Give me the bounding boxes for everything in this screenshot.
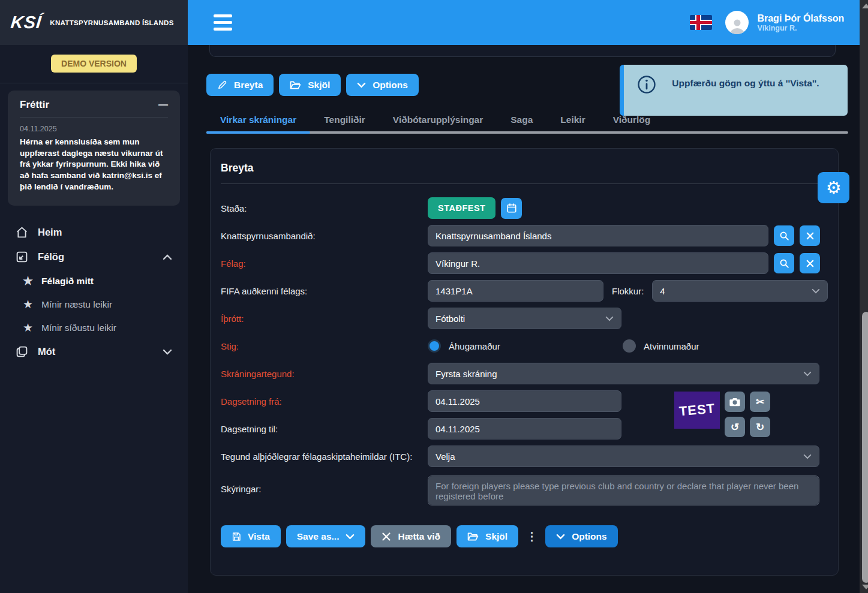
sidebar-item-heim[interactable]: Heim <box>0 220 188 245</box>
scroll-down-arrow[interactable] <box>862 585 868 589</box>
federation-clear-button[interactable] <box>800 225 820 246</box>
sidebar-brand: KSÍ KNATTSPYRNUSAMBAND ÍSLANDS <box>0 0 188 45</box>
field-label: Dagsetning til: <box>221 424 428 434</box>
sidebar-item-label: Mínir næstu leikir <box>41 299 112 310</box>
tab-vidbotarupplysingar[interactable]: Viðbótarupplýsingar <box>379 115 497 134</box>
field-skyringar: Skýringar: <box>221 475 828 505</box>
field-stig: Stig: Áhugamaður Atvinnumaður <box>221 335 828 357</box>
breyta-button[interactable]: Breyta <box>206 74 274 96</box>
panel-title: Breyta <box>221 158 828 183</box>
tab-leikir[interactable]: Leikir <box>546 115 599 134</box>
iceland-flag-icon[interactable] <box>690 15 712 30</box>
edit-panel: Breyta Staða: STAÐFEST Knattspyrnusamban… <box>210 148 839 576</box>
sidebar-item-felagid-mitt[interactable]: ★ Félagið mitt <box>0 269 188 293</box>
star-icon: ★ <box>23 322 33 333</box>
scrollbar-thumb[interactable] <box>862 312 868 583</box>
field-label: Tegund alþjóðlegrar félagaskiptaheimilda… <box>221 451 428 462</box>
sidebar-item-minir-naestu-leikir[interactable]: ★ Mínir næstu leikir <box>0 293 188 316</box>
felag-search-button[interactable] <box>774 253 794 273</box>
sidebar-nav: Heim Félög ★ Félagið mitt ★ Mínir næstu … <box>0 206 188 364</box>
tab-tengilidir[interactable]: Tengiliðir <box>310 115 379 134</box>
options-button[interactable]: Options <box>346 74 419 96</box>
chevron-down-icon <box>803 454 812 459</box>
date-from-input[interactable] <box>428 390 621 412</box>
scrolled-card-edge <box>209 45 836 57</box>
folder-open-icon <box>290 80 301 90</box>
sidebar-item-label: Félög <box>38 251 64 263</box>
tab-virkar-skraningar[interactable]: Virkar skráningar <box>206 115 310 134</box>
save-as-button[interactable]: Save as... <box>286 525 366 547</box>
demo-version-badge: DEMO VERSION <box>51 55 137 73</box>
redo-icon: ↻ <box>756 421 764 434</box>
news-date: 04.11.2025 <box>20 125 168 133</box>
search-icon <box>779 231 789 241</box>
chevron-down-icon <box>556 534 565 540</box>
more-options-icon[interactable]: ⋮ <box>526 529 537 543</box>
flokkur-select[interactable]: 4 <box>652 280 828 302</box>
camera-button[interactable] <box>725 392 745 412</box>
tournaments-icon <box>16 345 28 358</box>
sidebar: KSÍ KNATTSPYRNUSAMBAND ÍSLANDS DEMO VERS… <box>0 0 188 593</box>
field-label: Skráningartegund: <box>221 369 428 379</box>
skjol-button[interactable]: Skjöl <box>279 74 341 96</box>
app-window: KSÍ KNATTSPYRNUSAMBAND ÍSLANDS DEMO VERS… <box>0 0 868 593</box>
skyringar-textarea[interactable] <box>428 475 819 505</box>
vista-button[interactable]: Vista <box>221 525 281 547</box>
scroll-up-arrow[interactable] <box>862 4 868 8</box>
tab-saga[interactable]: Saga <box>497 115 546 134</box>
radio-ahugamadur[interactable]: Áhugamaður <box>428 339 623 353</box>
felag-clear-button[interactable] <box>800 253 820 273</box>
federation-input[interactable] <box>428 225 768 246</box>
skraningartegund-select[interactable]: Fyrsta skráning <box>428 363 819 384</box>
sidebar-divider <box>0 83 188 83</box>
iprott-select[interactable]: Fótbolti <box>428 308 621 329</box>
home-icon <box>16 226 28 239</box>
chevron-down-icon <box>812 288 820 294</box>
field-label: Íþrótt: <box>221 314 428 324</box>
sidebar-item-mot[interactable]: Mót <box>0 339 188 364</box>
date-to-input[interactable] <box>428 418 621 440</box>
notification-text: Uppfærðu gögn og ýttu á ''Vista''. <box>672 75 819 89</box>
sidebar-item-label: Félagið mitt <box>41 276 94 287</box>
tab-vidurlog[interactable]: Viðurlög <box>599 115 665 134</box>
field-label: Staða: <box>221 203 428 213</box>
itc-select[interactable]: Velja <box>428 445 819 467</box>
undo-icon: ↺ <box>731 421 739 434</box>
pencil-icon <box>217 80 227 90</box>
topbar: Bragi Þór Ólafsson Víkingur R. <box>188 0 860 45</box>
skjol-footer-button[interactable]: Skjöl <box>456 525 518 547</box>
calendar-button[interactable] <box>501 198 522 219</box>
haetta-vid-button[interactable]: Hætta við <box>371 525 451 547</box>
felag-input[interactable] <box>428 252 768 274</box>
settings-fab[interactable]: ⚙ <box>818 172 849 203</box>
rotate-left-button[interactable]: ↺ <box>725 417 745 437</box>
tab-bar: Virkar skráningar Tengiliðir Viðbótarupp… <box>206 115 839 134</box>
folder-open-icon <box>467 532 479 541</box>
user-menu[interactable]: Bragi Þór Ólafsson Víkingur R. <box>725 11 844 34</box>
hamburger-menu-icon[interactable] <box>214 14 232 31</box>
federation-search-button[interactable] <box>774 225 794 246</box>
field-label: FIFA auðkenni félags: <box>221 286 428 296</box>
calendar-icon <box>506 203 517 213</box>
field-itc: Tegund alþjóðlegrar félagaskiptaheimilda… <box>221 445 828 467</box>
field-fifa-id: FIFA auðkenni félags: Flokkur: 4 <box>221 280 828 302</box>
club-image-group: TEST ✂ ↺ ↻ <box>674 392 770 437</box>
field-felag: Félag: <box>221 252 828 274</box>
field-label: Dagsetning frá: <box>221 396 428 407</box>
notification-banner: Uppfærðu gögn og ýttu á ''Vista''. <box>620 65 848 116</box>
star-icon: ★ <box>23 299 33 310</box>
field-label: Knattspyrnusambandið: <box>221 231 428 241</box>
sidebar-item-label: Heim <box>38 227 62 238</box>
options-footer-button[interactable]: Options <box>545 525 618 547</box>
vertical-scrollbar[interactable] <box>860 0 868 593</box>
rotate-right-button[interactable]: ↻ <box>750 417 770 437</box>
sidebar-item-label: Mínir síðustu leikir <box>41 323 116 333</box>
sidebar-item-felog[interactable]: Félög <box>0 245 188 269</box>
radio-atvinnumadur[interactable]: Atvinnumaður <box>623 339 818 353</box>
save-icon <box>232 532 241 541</box>
field-federation: Knattspyrnusambandið: <box>221 225 828 246</box>
scissors-button[interactable]: ✂ <box>750 392 770 412</box>
sidebar-item-minir-sidustu-leikir[interactable]: ★ Mínir síðustu leikir <box>0 316 188 339</box>
fifa-id-input[interactable] <box>428 280 603 302</box>
collapse-icon[interactable]: — <box>158 100 168 110</box>
